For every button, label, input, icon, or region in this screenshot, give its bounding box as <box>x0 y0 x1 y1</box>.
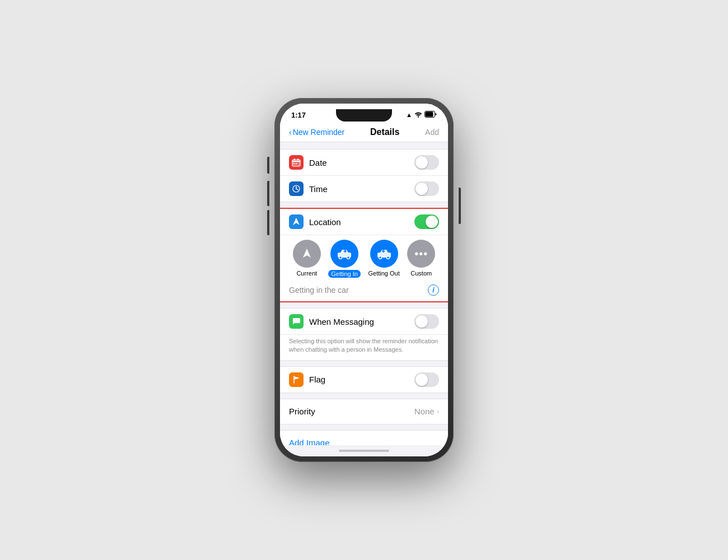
location-options-row: Current <box>280 235 448 280</box>
flag-row: Flag <box>280 367 448 393</box>
navigation-bar: ‹ New Reminder Details Add <box>280 124 448 142</box>
messaging-section: When Messaging Selecting this option wil… <box>280 308 448 361</box>
svg-marker-16 <box>303 249 307 258</box>
dots-icon: ••• <box>414 248 428 260</box>
svg-rect-2 <box>426 112 433 117</box>
flag-icon <box>289 372 304 387</box>
phone-screen: 1:17 ▲ <box>280 104 448 456</box>
getting-out-icon[interactable] <box>370 240 398 268</box>
priority-section: Priority None › <box>280 399 448 424</box>
svg-rect-8 <box>293 163 295 164</box>
svg-rect-9 <box>296 163 297 164</box>
signal-icon: ▲ <box>406 111 412 118</box>
svg-line-12 <box>296 189 298 190</box>
status-icons: ▲ <box>406 111 437 119</box>
priority-label: Priority <box>289 407 414 416</box>
back-button[interactable]: ‹ New Reminder <box>289 128 344 137</box>
date-label: Date <box>309 158 414 167</box>
chevron-left-icon: ‹ <box>289 128 292 137</box>
flag-toggle[interactable] <box>414 372 439 387</box>
info-icon[interactable]: i <box>428 284 439 296</box>
back-label[interactable]: New Reminder <box>293 128 345 137</box>
status-time: 1:17 <box>291 111 306 119</box>
time-icon <box>289 181 304 196</box>
svg-point-0 <box>418 116 419 118</box>
messaging-toggle[interactable] <box>414 314 439 329</box>
content-area: Date Time <box>280 142 448 445</box>
date-time-section: Date Time <box>280 149 448 202</box>
getting-out-option[interactable]: Getting Out <box>368 240 399 278</box>
add-image-row[interactable]: Add Image <box>280 431 448 445</box>
priority-row[interactable]: Priority None › <box>280 399 448 424</box>
svg-point-22 <box>379 256 381 259</box>
date-toggle[interactable] <box>414 155 439 170</box>
time-row: Time <box>280 176 448 202</box>
flag-section: Flag <box>280 366 448 393</box>
battery-icon <box>424 111 437 119</box>
volume-down-button[interactable] <box>267 210 269 235</box>
location-label: Location <box>309 217 414 227</box>
svg-point-18 <box>339 256 342 259</box>
getting-in-icon[interactable] <box>330 240 358 268</box>
date-row: Date <box>280 150 448 176</box>
custom-icon[interactable]: ••• <box>407 240 435 268</box>
mute-button[interactable] <box>267 157 269 174</box>
home-indicator <box>280 445 448 456</box>
add-image-section: Add Image <box>280 430 448 445</box>
svg-rect-6 <box>294 158 295 160</box>
location-placeholder[interactable]: Getting in the car <box>289 286 423 295</box>
location-row: Location <box>280 209 448 235</box>
screen-content: 1:17 ▲ <box>280 104 448 456</box>
wifi-icon <box>414 111 422 119</box>
priority-value: None <box>414 407 435 416</box>
getting-out-label: Getting Out <box>368 270 399 277</box>
page-title: Details <box>370 127 399 137</box>
location-toggle[interactable] <box>414 214 439 229</box>
current-location-option[interactable]: Current <box>293 240 321 278</box>
current-icon[interactable] <box>293 240 321 268</box>
messaging-description: Selecting this option will show the remi… <box>280 335 448 360</box>
add-image-label[interactable]: Add Image <box>289 438 330 445</box>
svg-rect-7 <box>297 158 298 160</box>
getting-in-option[interactable]: Getting In <box>328 240 361 278</box>
add-button[interactable]: Add <box>425 128 439 137</box>
home-bar <box>339 450 389 452</box>
phone-device: 1:17 ▲ <box>274 98 454 462</box>
when-messaging-label: When Messaging <box>309 317 414 326</box>
volume-up-button[interactable] <box>267 181 269 206</box>
custom-label: Custom <box>410 270 432 277</box>
messaging-icon <box>289 314 304 329</box>
time-label: Time <box>309 184 414 194</box>
getting-in-label: Getting In <box>328 270 361 278</box>
date-icon <box>289 155 304 170</box>
priority-chevron: › <box>437 407 439 416</box>
svg-point-23 <box>386 256 389 259</box>
svg-rect-5 <box>292 161 300 162</box>
notch <box>336 109 392 122</box>
location-input-row: Getting in the car i <box>280 280 448 301</box>
flag-label: Flag <box>309 375 414 384</box>
svg-marker-14 <box>293 218 296 225</box>
svg-point-19 <box>347 256 350 259</box>
power-button[interactable] <box>459 188 461 224</box>
when-messaging-row: When Messaging <box>280 309 448 335</box>
location-section: Location Cu <box>280 208 448 302</box>
location-icon <box>289 214 304 229</box>
time-toggle[interactable] <box>414 181 439 196</box>
current-label: Current <box>296 270 317 277</box>
custom-option[interactable]: ••• Custom <box>407 240 435 278</box>
info-symbol: i <box>432 286 434 294</box>
